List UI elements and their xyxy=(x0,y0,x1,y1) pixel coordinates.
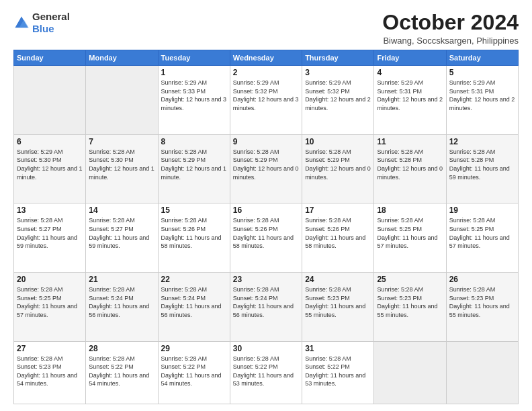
day-number: 13 xyxy=(17,205,83,215)
calendar-cell xyxy=(14,66,86,135)
logo-general: General xyxy=(32,11,70,22)
calendar-cell: 24Sunrise: 5:28 AM Sunset: 5:23 PM Dayli… xyxy=(302,273,374,342)
calendar-cell: 4Sunrise: 5:29 AM Sunset: 5:31 PM Daylig… xyxy=(374,66,446,135)
day-number: 11 xyxy=(377,137,443,146)
day-number: 31 xyxy=(305,344,371,353)
logo-text: General Blue xyxy=(32,11,70,35)
location-title: Biwang, Soccsksargen, Philippines xyxy=(382,36,519,46)
page: General Blue October 2024 Biwang, Soccsk… xyxy=(0,0,532,411)
calendar-cell: 27Sunrise: 5:28 AM Sunset: 5:23 PM Dayli… xyxy=(14,341,86,404)
cell-info: Sunrise: 5:28 AM Sunset: 5:24 PM Dayligh… xyxy=(233,285,299,319)
calendar-cell: 12Sunrise: 5:28 AM Sunset: 5:28 PM Dayli… xyxy=(446,134,518,203)
cell-info: Sunrise: 5:28 AM Sunset: 5:29 PM Dayligh… xyxy=(305,148,371,181)
cell-info: Sunrise: 5:28 AM Sunset: 5:30 PM Dayligh… xyxy=(89,148,154,181)
calendar-body: 1Sunrise: 5:29 AM Sunset: 5:33 PM Daylig… xyxy=(14,66,519,404)
calendar-cell: 17Sunrise: 5:28 AM Sunset: 5:26 PM Dayli… xyxy=(302,203,374,273)
calendar-cell: 3Sunrise: 5:29 AM Sunset: 5:32 PM Daylig… xyxy=(302,66,374,135)
week-row-1: 6Sunrise: 5:29 AM Sunset: 5:30 PM Daylig… xyxy=(14,134,519,203)
cell-info: Sunrise: 5:28 AM Sunset: 5:29 PM Dayligh… xyxy=(161,148,227,181)
calendar-cell: 15Sunrise: 5:28 AM Sunset: 5:26 PM Dayli… xyxy=(158,203,230,273)
calendar-cell: 11Sunrise: 5:28 AM Sunset: 5:28 PM Dayli… xyxy=(374,134,446,203)
calendar-cell: 6Sunrise: 5:29 AM Sunset: 5:30 PM Daylig… xyxy=(14,134,86,203)
calendar-cell: 21Sunrise: 5:28 AM Sunset: 5:24 PM Dayli… xyxy=(86,273,158,342)
week-row-4: 27Sunrise: 5:28 AM Sunset: 5:23 PM Dayli… xyxy=(14,341,519,404)
day-number: 20 xyxy=(17,275,83,284)
calendar-cell: 20Sunrise: 5:28 AM Sunset: 5:25 PM Dayli… xyxy=(14,273,86,342)
day-number: 23 xyxy=(233,275,299,284)
week-row-0: 1Sunrise: 5:29 AM Sunset: 5:33 PM Daylig… xyxy=(14,66,519,135)
day-number: 14 xyxy=(89,205,154,215)
header-cell-friday: Friday xyxy=(374,50,446,66)
header: General Blue October 2024 Biwang, Soccsk… xyxy=(13,11,519,46)
header-cell-tuesday: Tuesday xyxy=(158,50,230,66)
calendar-cell: 25Sunrise: 5:28 AM Sunset: 5:23 PM Dayli… xyxy=(374,273,446,342)
day-number: 5 xyxy=(449,68,515,77)
cell-info: Sunrise: 5:29 AM Sunset: 5:32 PM Dayligh… xyxy=(305,79,371,112)
week-row-3: 20Sunrise: 5:28 AM Sunset: 5:25 PM Dayli… xyxy=(14,273,519,342)
day-number: 10 xyxy=(305,137,371,146)
header-cell-thursday: Thursday xyxy=(302,50,374,66)
calendar-header: SundayMondayTuesdayWednesdayThursdayFrid… xyxy=(14,50,519,66)
day-number: 6 xyxy=(17,137,83,146)
calendar-cell: 8Sunrise: 5:28 AM Sunset: 5:29 PM Daylig… xyxy=(158,134,230,203)
cell-info: Sunrise: 5:28 AM Sunset: 5:22 PM Dayligh… xyxy=(233,355,299,388)
calendar-table: SundayMondayTuesdayWednesdayThursdayFrid… xyxy=(13,50,519,404)
day-number: 25 xyxy=(377,275,443,284)
calendar-cell: 26Sunrise: 5:28 AM Sunset: 5:23 PM Dayli… xyxy=(446,273,518,342)
calendar-cell: 7Sunrise: 5:28 AM Sunset: 5:30 PM Daylig… xyxy=(86,134,158,203)
cell-info: Sunrise: 5:29 AM Sunset: 5:32 PM Dayligh… xyxy=(233,79,299,112)
day-number: 8 xyxy=(161,137,227,146)
calendar-cell: 31Sunrise: 5:28 AM Sunset: 5:22 PM Dayli… xyxy=(302,341,374,404)
day-number: 2 xyxy=(233,68,299,77)
calendar-cell: 5Sunrise: 5:29 AM Sunset: 5:31 PM Daylig… xyxy=(446,66,518,135)
day-number: 27 xyxy=(17,344,83,353)
calendar-cell: 16Sunrise: 5:28 AM Sunset: 5:26 PM Dayli… xyxy=(230,203,302,273)
cell-info: Sunrise: 5:28 AM Sunset: 5:29 PM Dayligh… xyxy=(233,148,299,181)
cell-info: Sunrise: 5:28 AM Sunset: 5:25 PM Dayligh… xyxy=(17,285,83,319)
logo-icon xyxy=(13,15,30,31)
calendar-cell xyxy=(86,66,158,135)
cell-info: Sunrise: 5:28 AM Sunset: 5:23 PM Dayligh… xyxy=(377,285,443,319)
header-row: SundayMondayTuesdayWednesdayThursdayFrid… xyxy=(14,50,519,66)
cell-info: Sunrise: 5:28 AM Sunset: 5:23 PM Dayligh… xyxy=(305,285,371,319)
header-cell-saturday: Saturday xyxy=(446,50,518,66)
cell-info: Sunrise: 5:28 AM Sunset: 5:26 PM Dayligh… xyxy=(305,216,371,250)
header-cell-monday: Monday xyxy=(86,50,158,66)
cell-info: Sunrise: 5:28 AM Sunset: 5:26 PM Dayligh… xyxy=(161,216,227,250)
day-number: 26 xyxy=(449,275,515,284)
cell-info: Sunrise: 5:29 AM Sunset: 5:30 PM Dayligh… xyxy=(17,148,83,181)
cell-info: Sunrise: 5:28 AM Sunset: 5:23 PM Dayligh… xyxy=(17,355,83,388)
cell-info: Sunrise: 5:28 AM Sunset: 5:24 PM Dayligh… xyxy=(89,285,154,319)
day-number: 3 xyxy=(305,68,371,77)
calendar-cell: 19Sunrise: 5:28 AM Sunset: 5:25 PM Dayli… xyxy=(446,203,518,273)
day-number: 12 xyxy=(449,137,515,146)
cell-info: Sunrise: 5:28 AM Sunset: 5:27 PM Dayligh… xyxy=(17,216,83,250)
calendar-cell: 18Sunrise: 5:28 AM Sunset: 5:25 PM Dayli… xyxy=(374,203,446,273)
calendar-cell: 29Sunrise: 5:28 AM Sunset: 5:22 PM Dayli… xyxy=(158,341,230,404)
day-number: 4 xyxy=(377,68,443,77)
day-number: 22 xyxy=(161,275,227,284)
day-number: 15 xyxy=(161,205,227,215)
cell-info: Sunrise: 5:28 AM Sunset: 5:25 PM Dayligh… xyxy=(449,216,515,250)
day-number: 28 xyxy=(89,344,154,353)
logo-blue: Blue xyxy=(32,23,54,34)
calendar-cell: 30Sunrise: 5:28 AM Sunset: 5:22 PM Dayli… xyxy=(230,341,302,404)
cell-info: Sunrise: 5:28 AM Sunset: 5:28 PM Dayligh… xyxy=(449,148,515,181)
header-cell-wednesday: Wednesday xyxy=(230,50,302,66)
cell-info: Sunrise: 5:28 AM Sunset: 5:26 PM Dayligh… xyxy=(233,216,299,250)
day-number: 7 xyxy=(89,137,154,146)
calendar-cell: 22Sunrise: 5:28 AM Sunset: 5:24 PM Dayli… xyxy=(158,273,230,342)
month-title: October 2024 xyxy=(382,11,519,34)
day-number: 1 xyxy=(161,68,227,77)
calendar-cell: 14Sunrise: 5:28 AM Sunset: 5:27 PM Dayli… xyxy=(86,203,158,273)
day-number: 16 xyxy=(233,205,299,215)
day-number: 21 xyxy=(89,275,154,284)
week-row-2: 13Sunrise: 5:28 AM Sunset: 5:27 PM Dayli… xyxy=(14,203,519,273)
day-number: 29 xyxy=(161,344,227,353)
calendar-cell: 2Sunrise: 5:29 AM Sunset: 5:32 PM Daylig… xyxy=(230,66,302,135)
calendar-cell: 23Sunrise: 5:28 AM Sunset: 5:24 PM Dayli… xyxy=(230,273,302,342)
day-number: 9 xyxy=(233,137,299,146)
cell-info: Sunrise: 5:28 AM Sunset: 5:25 PM Dayligh… xyxy=(377,216,443,250)
logo: General Blue xyxy=(13,11,70,35)
calendar-cell: 1Sunrise: 5:29 AM Sunset: 5:33 PM Daylig… xyxy=(158,66,230,135)
